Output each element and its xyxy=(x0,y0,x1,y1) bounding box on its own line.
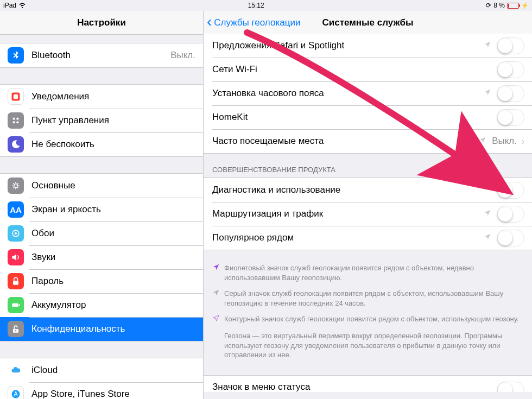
setting-row-label: Диагностика и использование xyxy=(212,185,497,195)
footnote-text: Фиолетовый значок служб геолокации появи… xyxy=(224,263,523,282)
sidebar-item-icloud[interactable]: iCloud xyxy=(0,358,203,382)
svg-rect-9 xyxy=(13,281,18,285)
sidebar-item-sounds[interactable]: Звуки xyxy=(0,245,203,269)
status-device-name: iPad xyxy=(3,2,16,9)
setting-row-status-icon: Значок в меню статуса xyxy=(204,376,532,392)
sidebar-item-label: Уведомления xyxy=(31,91,203,102)
settings-master-panel: Настройки BluetoothВыкл.УведомленияПункт… xyxy=(0,11,204,399)
status-battery-pct: 8 % xyxy=(493,2,505,9)
svg-text:A: A xyxy=(14,391,18,397)
sounds-icon xyxy=(8,249,24,265)
appstore-icon: A xyxy=(8,386,24,399)
sidebar-item-label: Bluetooth xyxy=(31,50,170,61)
orientation-lock-icon: ⟳ xyxy=(486,2,491,9)
toggle-switch[interactable] xyxy=(497,61,524,78)
sidebar-item-bluetooth[interactable]: BluetoothВыкл. xyxy=(0,43,203,67)
footnote-text: Контурный значок служб геолокации появит… xyxy=(224,314,519,325)
location-indicator-icon xyxy=(484,88,491,99)
sidebar-item-appstore[interactable]: AApp Store, iTunes Store xyxy=(0,382,203,399)
setting-row-frequent-locations[interactable]: Часто посещаемые местаВыкл.› xyxy=(204,129,532,153)
privacy-icon xyxy=(8,321,24,337)
setting-row-safari-spotlight: Предложения Safari и Spotlight xyxy=(204,34,532,58)
section-header-product-improvement: СОВЕРШЕНСТВОВАНИЕ ПРОДУКТА xyxy=(204,154,532,178)
svg-point-12 xyxy=(15,330,17,332)
sidebar-item-display[interactable]: AAЭкран и яркость xyxy=(0,198,203,221)
sidebar-item-control-center[interactable]: Пункт управления xyxy=(0,109,203,132)
sidebar-item-label: Обои xyxy=(31,228,203,239)
sidebar-item-label: Основные xyxy=(31,180,203,191)
setting-row-routing-traffic: Маршрутизация и трафик xyxy=(204,202,532,226)
sidebar-item-label: Звуки xyxy=(31,252,203,263)
sidebar-item-label: Аккумулятор xyxy=(31,300,203,311)
dnd-icon xyxy=(8,136,24,153)
footer-notes: Фиолетовый значок служб геолокации появи… xyxy=(204,250,532,365)
location-arrow-gray-icon xyxy=(212,289,220,308)
svg-point-2 xyxy=(13,118,15,120)
location-arrow-purple-icon xyxy=(212,263,220,282)
sidebar-item-label: Экран и яркость xyxy=(31,204,203,215)
control-center-icon xyxy=(8,112,24,129)
svg-rect-10 xyxy=(12,303,18,307)
setting-row-homekit: HomeKit xyxy=(204,105,532,129)
setting-row-wifi-networks: Сети Wi-Fi xyxy=(204,58,532,81)
back-button[interactable]: ‹ Службы геолокации xyxy=(207,11,300,34)
sidebar-item-dnd[interactable]: Не беспокоить xyxy=(0,132,203,156)
toggle-switch[interactable] xyxy=(497,382,524,392)
detail-title: Системные службы xyxy=(322,17,413,28)
geofence-explanation: Геозона — это виртуальный периметр вокру… xyxy=(212,331,523,360)
setting-row-popular-nearby: Популярное рядом xyxy=(204,226,532,250)
chevron-left-icon: ‹ xyxy=(207,14,212,29)
svg-rect-11 xyxy=(19,304,20,306)
bluetooth-icon xyxy=(8,47,24,64)
svg-point-8 xyxy=(15,232,17,235)
sidebar-item-privacy[interactable]: Конфиденциальность xyxy=(0,317,203,341)
location-indicator-icon xyxy=(484,208,491,219)
sidebar-item-label: iCloud xyxy=(31,365,195,376)
back-label: Службы геолокации xyxy=(214,17,300,28)
setting-row-label: Предложения Safari и Spotlight xyxy=(212,40,484,51)
svg-rect-1 xyxy=(14,94,18,99)
status-bar: iPad 15:12 ⟳ 8 % ⚡ xyxy=(0,0,532,11)
wifi-icon xyxy=(18,2,26,10)
toggle-switch[interactable] xyxy=(497,85,524,102)
setting-row-diag-usage: Диагностика и использование xyxy=(204,178,532,202)
master-navbar: Настройки xyxy=(0,11,203,35)
svg-point-4 xyxy=(13,121,15,123)
setting-row-label: Сети Wi-Fi xyxy=(212,64,497,75)
setting-row-label: HomeKit xyxy=(212,112,497,123)
setting-row-label: Часто посещаемые места xyxy=(212,136,479,147)
location-indicator-icon xyxy=(479,136,486,147)
sidebar-item-label: Конфиденциальность xyxy=(31,324,203,334)
sidebar-item-notifications[interactable]: Уведомления xyxy=(0,85,203,109)
toggle-switch[interactable] xyxy=(497,230,524,246)
chevron-right-icon: › xyxy=(521,136,524,147)
sidebar-item-battery[interactable]: Аккумулятор xyxy=(0,293,203,317)
svg-point-6 xyxy=(14,184,18,188)
location-arrow-outline-icon xyxy=(212,314,220,325)
svg-point-5 xyxy=(16,121,18,123)
svg-point-3 xyxy=(16,118,18,120)
toggle-switch[interactable] xyxy=(497,37,524,54)
display-icon: AA xyxy=(8,201,24,218)
wallpaper-icon xyxy=(8,225,24,242)
toggle-switch[interactable] xyxy=(497,182,524,199)
sidebar-item-label: App Store, iTunes Store xyxy=(31,389,203,399)
sidebar-item-general[interactable]: Основные xyxy=(0,174,203,198)
passcode-icon xyxy=(8,273,24,289)
toggle-switch[interactable] xyxy=(497,206,524,223)
notifications-icon xyxy=(8,88,24,105)
setting-row-timezone: Установка часового пояса xyxy=(204,81,532,105)
sidebar-item-label: Пароль xyxy=(31,276,203,287)
icloud-icon xyxy=(8,362,24,378)
charging-icon: ⚡ xyxy=(521,2,529,9)
setting-row-detail: Выкл. xyxy=(492,136,517,147)
sidebar-item-passcode[interactable]: Пароль xyxy=(0,269,203,293)
sidebar-item-wallpaper[interactable]: Обои xyxy=(0,221,203,245)
detail-navbar: ‹ Службы геолокации Системные службы xyxy=(204,11,532,35)
toggle-switch[interactable] xyxy=(497,109,524,126)
general-icon xyxy=(8,178,24,194)
master-title: Настройки xyxy=(77,17,126,28)
sidebar-item-label: Не беспокоить xyxy=(31,139,203,150)
setting-row-label: Установка часового пояса xyxy=(212,88,484,99)
location-indicator-icon xyxy=(484,232,491,243)
